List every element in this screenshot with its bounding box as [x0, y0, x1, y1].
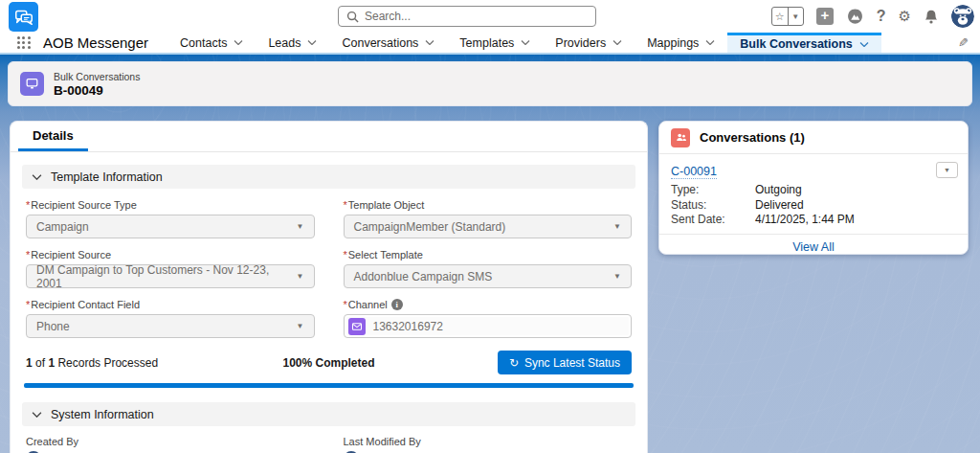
favorite-star-icon[interactable]: ☆ — [772, 8, 788, 25]
field-select-template: *Select Template Addonblue Campaign SMS … — [344, 249, 633, 288]
required-marker: * — [344, 249, 347, 260]
picklist-value: Phone — [36, 320, 70, 333]
chevron-down-icon — [612, 40, 622, 45]
section-system-information[interactable]: System Information — [22, 402, 635, 426]
chevron-down-icon — [307, 40, 317, 45]
tab-details[interactable]: Details — [18, 122, 88, 151]
field-created-by: Created By Addonblue Support , 4/11/2025… — [26, 436, 315, 453]
template-object-picklist[interactable]: CampaignMember (Standard) ▼ — [344, 215, 633, 238]
sms-channel-icon — [348, 318, 366, 335]
conversations-icon — [671, 128, 690, 147]
related-list-footer: View All — [659, 234, 968, 256]
required-marker: * — [344, 199, 347, 211]
record-header: Bulk Conversations B-00049 — [8, 61, 972, 106]
related-field-row: Type: Outgoing — [671, 183, 956, 198]
global-search[interactable] — [338, 6, 596, 27]
field-channel: *Channel i 13632016972 — [344, 299, 633, 338]
notifications-bell-icon[interactable] — [924, 9, 939, 25]
details-tab-bar: Details — [11, 122, 647, 152]
field-recipient-source: *Recipient Source DM Campaign to Top Cus… — [26, 249, 315, 288]
field-recipient-contact-field: *Recipient Contact Field Phone ▼ — [26, 299, 315, 338]
sync-icon: ↻ — [509, 356, 519, 370]
section-title: System Information — [51, 408, 154, 421]
search-icon — [346, 11, 359, 23]
recipient-source-picklist[interactable]: DM Campaign to Top Customers - Nov 12-23… — [26, 264, 315, 288]
global-actions-icon[interactable]: + — [816, 8, 834, 25]
related-list-header: Conversations (1) — [659, 122, 968, 154]
favorites-control[interactable]: ☆ ▼ — [771, 7, 804, 26]
related-field-row: Status: Delivered — [671, 198, 956, 214]
chevron-down-icon — [521, 40, 530, 45]
help-icon[interactable]: ? — [877, 8, 886, 25]
chevron-down-icon — [234, 40, 243, 45]
required-marker: * — [26, 299, 30, 310]
sync-latest-status-button[interactable]: ↻ Sync Latest Status — [498, 351, 632, 374]
chevron-down-icon — [32, 174, 42, 180]
tab-templates[interactable]: Templates — [447, 33, 543, 53]
dropdown-icon: ▼ — [297, 322, 304, 330]
dropdown-icon: ▼ — [297, 222, 304, 231]
tab-contacts[interactable]: Contacts — [167, 33, 256, 53]
progress-bar — [24, 383, 634, 388]
app-logo — [9, 2, 38, 32]
section-title: Template Information — [51, 170, 163, 184]
picklist-value: Addonblue Campaign SMS — [354, 270, 493, 283]
related-field-row: Sent Date: 4/11/2025, 1:44 PM — [671, 213, 956, 228]
user-avatar[interactable] — [951, 5, 974, 28]
template-fields: *Recipient Source Type Campaign ▼ *Templ… — [26, 199, 632, 338]
chevron-down-icon — [859, 42, 869, 47]
field-recipient-source-type: *Recipient Source Type Campaign ▼ — [26, 199, 315, 238]
progress-fill — [24, 383, 634, 388]
system-fields: Created By Addonblue Support , 4/11/2025… — [26, 436, 632, 453]
tab-conversations[interactable]: Conversations — [329, 33, 447, 53]
required-marker: * — [344, 299, 347, 310]
required-marker: * — [26, 249, 30, 260]
chevron-down-icon — [705, 40, 715, 45]
info-icon[interactable]: i — [391, 299, 403, 310]
picklist-value: CampaignMember (Standard) — [354, 220, 506, 234]
related-list-title: Conversations (1) — [700, 130, 805, 145]
record-name: B-00049 — [54, 83, 140, 98]
details-panel: Details Template Information *Recipient … — [10, 121, 648, 453]
tab-leads[interactable]: Leads — [256, 33, 329, 53]
recipient-contact-field-picklist[interactable]: Phone ▼ — [26, 314, 315, 338]
select-template-picklist[interactable]: Addonblue Campaign SMS ▼ — [344, 264, 633, 288]
channel-value: 13632016972 — [373, 320, 443, 333]
global-header: ☆ ▼ + ? ⚙ — [0, 0, 980, 33]
view-all-link[interactable]: View All — [792, 240, 835, 254]
trailhead-help-icon[interactable] — [846, 8, 864, 26]
nav-tabs: Contacts Leads Conversations Templates P… — [167, 33, 881, 53]
conversation-record-link[interactable]: C-00091 — [671, 165, 717, 179]
setup-gear-icon[interactable]: ⚙ — [899, 8, 911, 25]
tab-bulk-conversations[interactable]: Bulk Conversations — [727, 33, 880, 53]
app-launcher-icon[interactable] — [17, 36, 31, 50]
row-actions-button[interactable]: ▼ — [936, 162, 958, 178]
search-input[interactable] — [365, 10, 588, 23]
field-label: Channel — [348, 299, 388, 310]
conversations-related-list: Conversations (1) C-00091 ▼ Type: Outgoi… — [658, 121, 969, 255]
dropdown-icon: ▼ — [297, 272, 304, 281]
app-name: AOB Messenger — [43, 34, 148, 51]
field-label: Select Template — [348, 249, 423, 260]
field-label: Template Object — [348, 199, 424, 211]
required-marker: * — [26, 199, 30, 211]
bulk-conversation-object-icon — [20, 72, 44, 96]
chevron-down-icon — [32, 412, 42, 418]
dropdown-icon: ▼ — [613, 222, 621, 231]
tab-mappings[interactable]: Mappings — [635, 33, 727, 53]
recipient-source-type-picklist[interactable]: Campaign ▼ — [26, 215, 315, 238]
picklist-value: Campaign — [36, 220, 89, 234]
field-last-modified-by: Last Modified By Addonblue Support , 4/1… — [344, 436, 633, 453]
tab-providers[interactable]: Providers — [543, 33, 635, 53]
chat-bubbles-icon — [13, 7, 34, 28]
app-navbar: AOB Messenger Contacts Leads Conversatio… — [0, 33, 980, 55]
section-template-information[interactable]: Template Information — [22, 165, 635, 189]
progress-row: 1 of 1 Records Processed 100% Completed … — [26, 351, 632, 374]
favorites-dropdown-icon[interactable]: ▼ — [788, 8, 803, 25]
field-label: Recipient Source Type — [31, 199, 136, 211]
chevron-down-icon — [425, 40, 434, 45]
field-template-object: *Template Object CampaignMember (Standar… — [344, 199, 633, 238]
channel-input[interactable]: 13632016972 — [344, 314, 633, 338]
dropdown-icon: ▼ — [613, 272, 621, 281]
edit-navbar-pencil-icon[interactable]: ✎ — [958, 35, 969, 50]
